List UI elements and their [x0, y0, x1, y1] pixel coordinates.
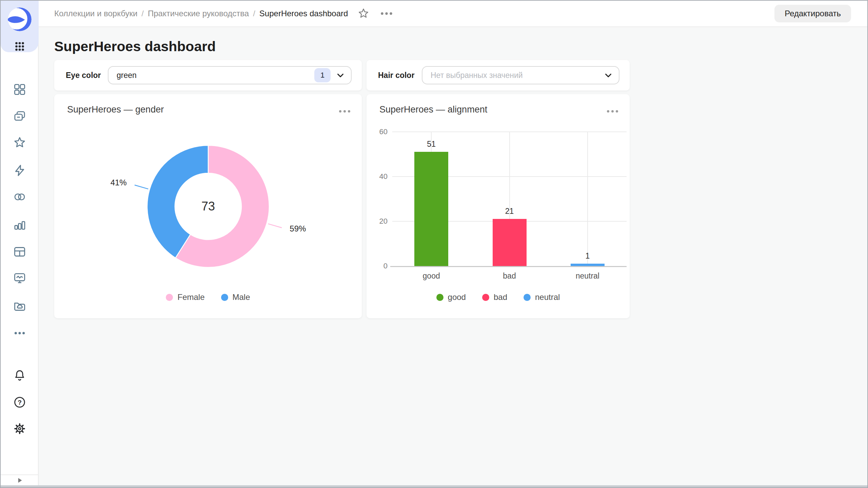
legend-item[interactable]: Male [221, 292, 250, 302]
bar-chart: 020406051good21bad1neutral [367, 94, 630, 318]
sidebar-footer [1, 474, 38, 485]
x-axis-category-label: bad [482, 271, 537, 281]
sidebar: ? [1, 1, 39, 487]
legend-label: Male [233, 292, 250, 302]
legend-label: bad [494, 292, 507, 302]
edit-button[interactable]: Редактировать [774, 5, 851, 22]
expand-sidebar-icon[interactable] [13, 475, 26, 485]
breadcrumb: Коллекции и воркбуки/Практические руково… [54, 9, 348, 18]
breadcrumb-item[interactable]: Коллекции и воркбуки [54, 9, 137, 18]
sidebar-item-datasets[interactable] [12, 189, 27, 205]
y-axis-tick-label: 20 [368, 217, 388, 226]
breadcrumb-item[interactable]: SuperHeroes dashboard [259, 9, 348, 18]
selected-count-badge: 1 [314, 68, 331, 82]
donut-chart: 73 59% 41% [54, 94, 362, 318]
legend-label: good [448, 292, 466, 302]
pie-label-line [268, 224, 282, 228]
sidebar-item-more-icon[interactable] [12, 325, 27, 341]
pie-percent-label: 41% [111, 178, 127, 187]
legend-label: neutral [535, 292, 560, 302]
filter-label: Eye color [66, 71, 101, 80]
sidebar-brand-area [1, 1, 39, 52]
gridline-x [587, 132, 588, 266]
y-axis-tick-label: 40 [368, 172, 388, 181]
sidebar-item-favorites[interactable] [12, 135, 27, 150]
filter-label: Hair color [378, 71, 414, 80]
chevron-down-icon [335, 70, 346, 80]
bar-value-label: 1 [571, 251, 605, 261]
bar[interactable] [414, 152, 448, 266]
notifications-bell-icon[interactable] [12, 367, 27, 383]
page-title: SuperHeroes dashboard [54, 39, 216, 55]
x-axis-category-label: good [404, 271, 458, 281]
select-value: green [117, 71, 137, 80]
select-placeholder: Нет выбранных значений [431, 71, 523, 80]
chart-legend: goodbadneutral [367, 292, 630, 302]
chart-card-alignment: SuperHeroes — alignment 020406051good21b… [367, 94, 630, 318]
y-axis-tick-label: 0 [368, 262, 388, 270]
breadcrumb-more-icon[interactable] [378, 6, 395, 21]
chart-card-gender: SuperHeroes — gender 73 59% 41% FemaleMa… [54, 94, 362, 318]
window-bottom-edge [1, 485, 867, 487]
bar-value-label: 21 [493, 207, 527, 216]
help-icon[interactable]: ? [12, 394, 27, 410]
x-axis-line [390, 266, 627, 267]
pie-label-line [135, 185, 148, 189]
legend-marker [482, 294, 489, 301]
sidebar-item-monitoring[interactable] [12, 270, 27, 286]
y-axis-tick-label: 60 [368, 127, 388, 136]
datalens-logo-icon[interactable] [6, 6, 33, 33]
eye-color-select[interactable]: green 1 [108, 66, 352, 84]
donut-center-value: 73 [181, 199, 235, 214]
legend-item[interactable]: Female [166, 292, 204, 302]
legend-item[interactable]: bad [482, 292, 507, 302]
hair-color-select[interactable]: Нет выбранных значений [422, 66, 619, 84]
sidebar-item-dashboards[interactable] [12, 82, 27, 97]
legend-marker [436, 294, 443, 301]
filter-hair-color: Hair color Нет выбранных значений [367, 60, 630, 90]
top-header: Коллекции и воркбуки/Практические руково… [39, 1, 867, 27]
breadcrumb-separator: / [253, 9, 255, 18]
bar-value-label: 51 [414, 140, 448, 149]
svg-text:?: ? [18, 399, 22, 406]
sidebar-item-editor[interactable] [12, 163, 27, 178]
bar[interactable] [493, 219, 527, 266]
sidebar-item-collections[interactable] [12, 108, 27, 124]
chart-legend: FemaleMale [54, 292, 362, 302]
settings-gear-icon[interactable] [12, 421, 27, 436]
dashboard-content: SuperHeroes dashboard Eye color green 1 … [39, 27, 867, 485]
pie-percent-label: 59% [290, 224, 306, 233]
breadcrumb-separator: / [141, 9, 144, 18]
filter-eye-color: Eye color green 1 [54, 60, 362, 90]
sidebar-item-storage[interactable] [12, 298, 27, 314]
datalens-dashboard-window: ? Коллекции и воркбуки/Практические руко… [0, 0, 868, 488]
legend-item[interactable]: neutral [524, 292, 560, 302]
sidebar-item-charts[interactable] [12, 217, 27, 232]
favorite-star-icon[interactable] [356, 6, 371, 21]
sidebar-item-tables[interactable] [12, 244, 27, 260]
apps-grid-icon[interactable] [12, 39, 27, 54]
bar[interactable] [571, 264, 605, 266]
legend-marker [221, 294, 228, 301]
chevron-down-icon [603, 70, 613, 80]
breadcrumb-item[interactable]: Практические руководства [148, 9, 249, 18]
x-axis-category-label: neutral [560, 271, 615, 281]
legend-marker [524, 294, 531, 301]
legend-item[interactable]: good [436, 292, 466, 302]
legend-marker [166, 294, 173, 301]
legend-label: Female [177, 292, 204, 302]
